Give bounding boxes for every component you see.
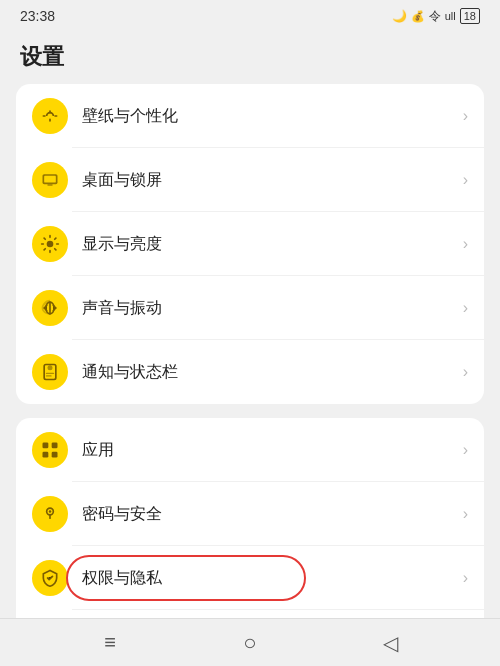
sound-arrow: › — [463, 299, 468, 317]
display-icon — [32, 226, 68, 262]
svg-rect-9 — [46, 375, 52, 376]
battery-icon: 18 — [460, 8, 480, 24]
settings-group-1: 壁纸与个性化 › 桌面与锁屏 › 显示与亮度 › — [16, 84, 484, 404]
svg-rect-12 — [43, 452, 49, 458]
menu-item-wallpaper[interactable]: 壁纸与个性化 › — [16, 84, 484, 148]
page-title: 设置 — [0, 32, 500, 84]
apps-icon — [32, 432, 68, 468]
privacy-arrow: › — [463, 569, 468, 587]
apps-arrow: › — [463, 441, 468, 459]
sound-label: 声音与振动 — [82, 298, 463, 319]
home-nav-icon: ○ — [243, 630, 256, 656]
desktop-label: 桌面与锁屏 — [82, 170, 463, 191]
status-time: 23:38 — [20, 8, 55, 24]
menu-nav-icon: ≡ — [104, 631, 116, 654]
menu-item-apps[interactable]: 应用 › — [16, 418, 484, 482]
svg-rect-11 — [52, 443, 58, 449]
apps-label: 应用 — [82, 440, 463, 461]
display-label: 显示与亮度 — [82, 234, 463, 255]
menu-item-sound[interactable]: 声音与振动 › — [16, 276, 484, 340]
menu-item-privacy[interactable]: 权限与隐私 › — [16, 546, 484, 610]
svg-point-7 — [48, 365, 53, 370]
bottom-nav: ≡ ○ ◁ — [0, 618, 500, 666]
svg-point-4 — [47, 241, 54, 248]
svg-point-15 — [49, 510, 52, 513]
notify-icon — [32, 354, 68, 390]
svg-rect-13 — [52, 452, 58, 458]
back-nav-icon: ◁ — [383, 631, 398, 655]
settings-content: 壁纸与个性化 › 桌面与锁屏 › 显示与亮度 › — [0, 84, 500, 620]
wifi-icon: 令 — [429, 8, 441, 25]
display-arrow: › — [463, 235, 468, 253]
moon-icon: 🌙 — [392, 9, 407, 23]
notify-arrow: › — [463, 363, 468, 381]
svg-rect-3 — [48, 184, 53, 186]
privacy-icon — [32, 560, 68, 596]
status-bar: 23:38 🌙 💰 令 ull 18 — [0, 0, 500, 32]
menu-item-security[interactable]: 密码与安全 › — [16, 482, 484, 546]
security-arrow: › — [463, 505, 468, 523]
menu-item-desktop[interactable]: 桌面与锁屏 › — [16, 148, 484, 212]
status-icons: 🌙 💰 令 ull 18 — [392, 8, 480, 25]
nav-home-button[interactable]: ○ — [236, 629, 264, 657]
wallpaper-label: 壁纸与个性化 — [82, 106, 463, 127]
network-icon: ull — [445, 10, 456, 22]
settings-group-2: 应用 › 密码与安全 › 权限与隐私 › — [16, 418, 484, 620]
menu-item-display[interactable]: 显示与亮度 › — [16, 212, 484, 276]
nav-menu-button[interactable]: ≡ — [96, 629, 124, 657]
svg-rect-2 — [44, 176, 56, 183]
desktop-icon — [32, 162, 68, 198]
security-icon — [32, 496, 68, 532]
notify-label: 通知与状态栏 — [82, 362, 463, 383]
security-label: 密码与安全 — [82, 504, 463, 525]
wallpaper-icon — [32, 98, 68, 134]
privacy-label: 权限与隐私 — [82, 568, 463, 589]
sound-icon — [32, 290, 68, 326]
svg-rect-10 — [43, 443, 49, 449]
wallpaper-arrow: › — [463, 107, 468, 125]
svg-rect-8 — [46, 373, 54, 374]
desktop-arrow: › — [463, 171, 468, 189]
menu-item-notify[interactable]: 通知与状态栏 › — [16, 340, 484, 404]
nav-back-button[interactable]: ◁ — [376, 629, 404, 657]
signal-icon: 💰 — [411, 10, 425, 23]
